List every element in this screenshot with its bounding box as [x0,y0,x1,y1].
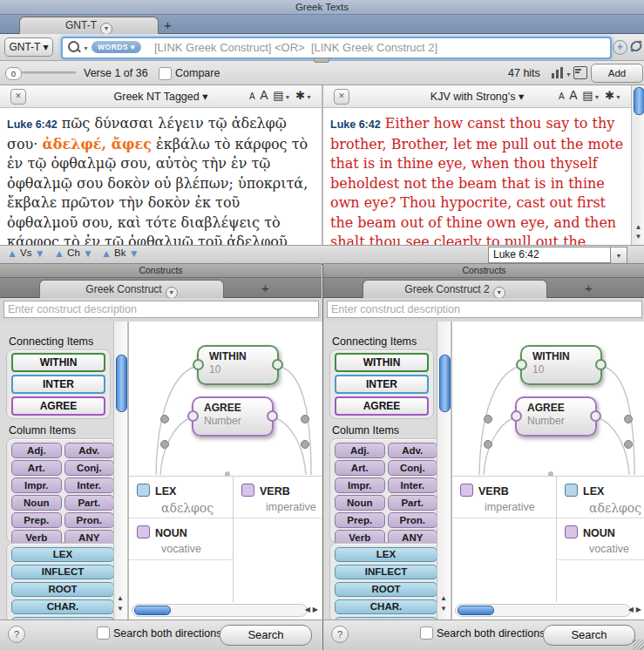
construct-column-1[interactable]: VERBimperative [452,477,557,602]
attr-item-button[interactable]: INFLECT [11,565,114,579]
attr-item-button[interactable]: ROOT [335,582,437,597]
attr-item-button[interactable]: INFLECT [335,565,437,579]
scope-pill[interactable]: WORDS ▾ [92,41,141,53]
pos-item-button[interactable]: Adj. [335,443,385,458]
construct-canvas[interactable]: WITHIN 10 AGREE Number VERBimperative LE… [451,322,644,620]
new-tab-button[interactable]: + [585,281,593,295]
new-tab-button[interactable]: + [164,17,172,32]
vertical-scrollbar[interactable]: ▲▼ [631,85,644,245]
scroll-up-icon[interactable]: ▲ [635,223,642,231]
node-connector[interactable] [193,359,204,370]
pos-item-button[interactable]: Art. [335,460,385,476]
scroll-left-icon[interactable]: ◀ [628,606,636,613]
scroll-down-icon[interactable]: ▼ [635,233,642,240]
node-connector[interactable] [590,410,601,422]
search-button[interactable]: Search [220,625,312,646]
search-query-text[interactable]: [LINK Greek Construct] <OR> [LINK Greek … [154,40,437,55]
connecting-item-button[interactable]: WITHIN [335,353,429,372]
construct-cell[interactable]: VERBimperative [234,477,322,518]
gear-icon[interactable]: ✱ [295,89,306,102]
sidebar-scrollbar[interactable]: ▲▼ [437,322,451,620]
reference-dropdown-button[interactable]: ▼ [610,247,627,265]
gear-icon[interactable]: ✱ [605,89,615,102]
display-settings-icon[interactable]: ▤ [273,89,284,102]
within-node[interactable]: WITHIN 10 [197,345,279,385]
pos-item-button[interactable]: Adj. [11,443,62,458]
construct-cell[interactable]: NOUNvocative [129,518,233,560]
horizontal-scrollbar[interactable] [132,604,308,617]
node-connector[interactable] [511,410,522,422]
add-parallel-button[interactable]: Add Parallel ▾ [591,64,643,83]
increase-font-icon[interactable]: A [260,88,268,102]
help-button[interactable]: ? [331,626,349,643]
connecting-item-button[interactable]: WITHIN [11,353,105,372]
pos-item-button[interactable]: Inter. [388,477,438,493]
connecting-item-button[interactable]: INTER [335,375,429,394]
connecting-item-button[interactable]: AGREE [335,396,429,416]
pos-item-button[interactable]: Impr. [335,477,385,493]
node-connector[interactable] [267,410,278,422]
scroll-right-icon[interactable]: ▶ [313,606,321,613]
construct-description-input[interactable] [327,301,642,318]
tab-dropdown-icon[interactable]: ▼ [493,287,505,299]
scrollbar-thumb[interactable] [116,355,127,412]
kjv-text[interactable]: Either how canst thou say to thy brother… [330,115,623,245]
construct-cell[interactable]: NOUNvocative [557,518,644,560]
text-size-slider-value[interactable]: 0 [5,67,22,80]
search-field[interactable]: ▼ WORDS ▾ [LINK Greek Construct] <OR> [L… [61,37,612,59]
verse-reference[interactable]: Luke 6:42 [330,118,381,131]
scrollbar-thumb[interactable] [134,606,171,615]
module-select-button[interactable]: GNT-T ▾ [4,37,53,57]
agree-node[interactable]: AGREE Number [192,396,274,437]
bk-up-icon[interactable]: ▲ [101,247,112,260]
attr-item-button[interactable]: CHAR. [335,599,437,614]
analytics-chevron-icon[interactable]: ▼ [566,71,572,78]
pos-item-button[interactable]: Inter. [64,477,115,493]
node-connector[interactable] [187,410,199,422]
scroll-down-icon[interactable]: ▼ [117,605,124,613]
sidebar-scrollbar[interactable]: ▲▼ [113,322,128,620]
node-connector[interactable] [595,359,607,370]
node-connector[interactable] [272,359,283,370]
increase-font-icon[interactable]: A [569,88,578,102]
vs-up-icon[interactable]: ▲ [7,247,17,260]
scroll-right-icon[interactable]: ▶ [636,606,644,613]
scrollbar-thumb[interactable] [634,87,644,115]
search-both-directions-checkbox[interactable] [97,626,110,640]
vs-down-icon[interactable]: ▼ [35,247,45,260]
connecting-item-button[interactable]: AGREE [11,396,105,416]
search-button[interactable]: Search [543,625,635,646]
pos-item-button[interactable]: Impr. [11,477,62,493]
attr-item-button[interactable]: CHAR. [11,599,114,614]
within-node[interactable]: WITHIN 10 [520,345,602,385]
tab-greek-construct-2[interactable]: Greek Construct 2▼ [363,280,547,298]
pos-item-button[interactable]: Part. [388,495,438,511]
tab-greek-construct[interactable]: Greek Construct▼ [39,280,224,298]
pos-item-button[interactable]: Pron. [64,512,115,528]
scrollbar-thumb[interactable] [458,606,494,615]
construct-column-2[interactable]: LEXαδελφοςNOUNvocative [557,477,644,602]
scroll-up-icon[interactable]: ▲ [440,594,447,602]
agree-node[interactable]: AGREE Number [515,396,597,437]
collapse-handle[interactable] [314,58,329,63]
pos-item-button[interactable]: Art. [11,460,62,476]
pos-item-button[interactable]: Pron. [388,512,438,528]
compare-checkbox[interactable] [159,67,172,80]
pos-item-button[interactable]: Adv. [388,443,438,458]
search-icon[interactable] [68,41,80,53]
scroll-down-icon[interactable]: ▼ [440,605,447,613]
text-size-slider[interactable] [22,71,76,74]
construct-cell[interactable]: LEXαδελφος [129,477,233,518]
construct-cell[interactable]: VERBimperative [452,477,556,518]
tab-gnt-t[interactable]: GNT-T▼ [19,17,159,34]
details-window-icon[interactable] [573,66,587,79]
scrollbar-thumb[interactable] [439,355,451,412]
decrease-font-icon[interactable]: A [249,91,256,101]
help-button[interactable]: ? [8,626,25,643]
search-both-directions-checkbox[interactable] [420,626,433,640]
connecting-item-button[interactable]: INTER [11,375,105,394]
verse-reference[interactable]: Luke 6:42 [7,118,58,131]
construct-description-input[interactable] [3,301,319,318]
pos-item-button[interactable]: Noun [11,495,62,511]
construct-column-1[interactable]: LEXαδελφοςNOUNvocative [129,477,234,602]
